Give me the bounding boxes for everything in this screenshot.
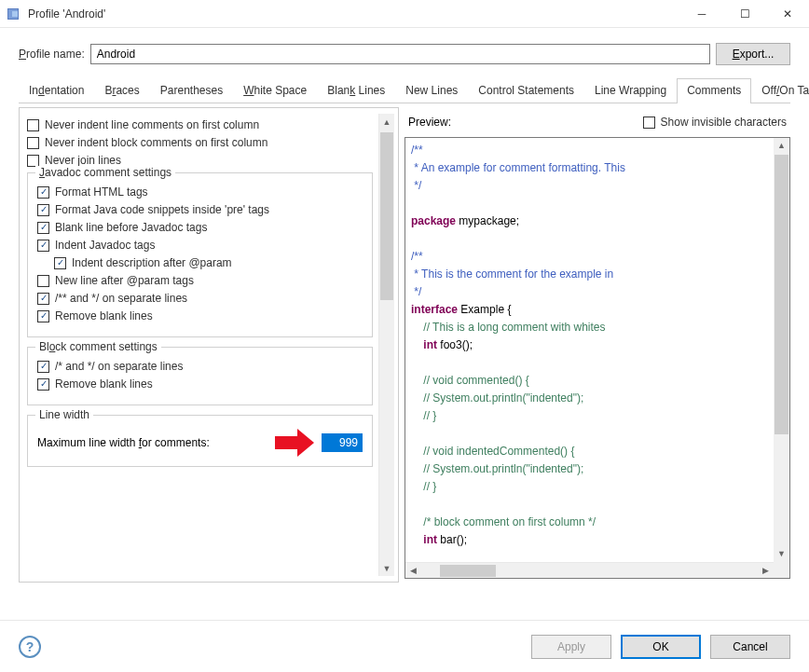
group-legend: Block comment settings [35,340,161,353]
app-icon [7,7,22,21]
javadoc-group: Javadoc comment settings Format HTML tag… [27,172,373,337]
checkbox-never-indent-block[interactable] [27,137,39,149]
preview-label: Preview: [408,116,451,129]
checkbox-block-remove-blank[interactable] [37,378,49,391]
tab-newlines[interactable]: New Lines [395,78,468,103]
profile-row: Profile name: Export... [19,43,790,65]
label: Never join lines [45,154,121,167]
tab-whitespace[interactable]: White Space [233,78,317,103]
tab-offon[interactable]: Off/On Tags [751,78,809,103]
cancel-button[interactable]: Cancel [710,635,790,659]
linewidth-label: Maximum line width for comments: [37,436,210,449]
label: Blank line before Javadoc tags [55,221,207,234]
tab-bar: Indentation Braces Parentheses White Spa… [19,78,790,103]
apply-button[interactable]: Apply [531,635,611,659]
ok-button[interactable]: OK [621,635,701,659]
profile-label: Profile name: [19,48,85,61]
arrow-annotation-icon [275,429,316,457]
content: Profile name: Export... Indentation Brac… [0,28,809,583]
checkbox-never-indent-line[interactable] [27,119,39,131]
label: New line after @param tags [55,274,194,287]
label: Indent Javadoc tags [55,239,155,252]
maximize-button[interactable]: ☐ [723,0,766,28]
label: Indent description after @param [72,256,232,269]
checkbox-never-join[interactable] [27,155,39,167]
preview-scrollbar-v[interactable]: ▲▼ [774,138,789,578]
group-legend: Javadoc comment settings [35,166,175,179]
checkbox-format-pre[interactable] [37,204,49,216]
checkbox-blank-before-tags[interactable] [37,222,49,234]
label: Never indent block comments on first col… [45,136,267,149]
checkbox-newline-after-param[interactable] [37,275,49,287]
label: Format HTML tags [55,185,148,199]
tab-wrapping[interactable]: Line Wrapping [584,78,677,103]
label: Remove blank lines [55,309,153,322]
window-title: Profile 'Android' [28,7,680,21]
tab-indentation[interactable]: Indentation [19,78,94,103]
preview-pane: Preview: Show invisible characters /** *… [404,107,790,583]
checkbox-block-separate-lines[interactable] [37,361,49,373]
label: /** and */ on separate lines [55,292,187,305]
max-line-width-input[interactable] [322,433,363,452]
tab-comments[interactable]: Comments [677,78,751,103]
titlebar: Profile 'Android' ─ ☐ ✕ [0,0,809,28]
checkbox-indent-after-param[interactable] [54,257,66,269]
label: Format Java code snippets inside 'pre' t… [55,203,269,216]
left-scrollbar[interactable]: ▲▼ [378,114,394,576]
label: /* and */ on separate lines [55,360,183,373]
main-area: Never indent line comments on first colu… [19,107,790,583]
checkbox-jdoc-separate-lines[interactable] [37,293,49,305]
settings-scroll: Never indent line comments on first colu… [23,114,377,576]
tab-blanklines[interactable]: Blank Lines [317,78,395,103]
label: Show invisible characters [661,116,787,129]
tab-control[interactable]: Control Statements [468,78,584,103]
checkbox-jdoc-remove-blank[interactable] [37,310,49,322]
preview-scrollbar-h[interactable]: ◀▶ [405,562,774,578]
export-button[interactable]: Export... [716,43,790,65]
close-button[interactable]: ✕ [766,0,809,28]
checkbox-show-invisible[interactable] [643,117,655,129]
checkbox-indent-javadoc[interactable] [37,240,49,252]
block-group: Block comment settings /* and */ on sepa… [27,347,373,405]
preview-code: /** * An example for comment formatting.… [404,137,790,579]
help-button[interactable]: ? [19,636,41,658]
group-legend: Line width [35,408,93,421]
footer: ? Apply OK Cancel [0,620,809,672]
label: Never indent line comments on first colu… [45,118,259,131]
tab-braces[interactable]: Braces [94,78,149,103]
linewidth-group: Line width Maximum line width for commen… [27,415,373,467]
profile-name-input[interactable] [90,44,710,64]
minimize-button[interactable]: ─ [680,0,723,28]
window-controls: ─ ☐ ✕ [680,0,809,28]
checkbox-format-html[interactable] [37,186,49,199]
tab-parentheses[interactable]: Parentheses [150,78,233,103]
label: Remove blank lines [55,377,153,391]
settings-pane: Never indent line comments on first colu… [19,107,399,583]
